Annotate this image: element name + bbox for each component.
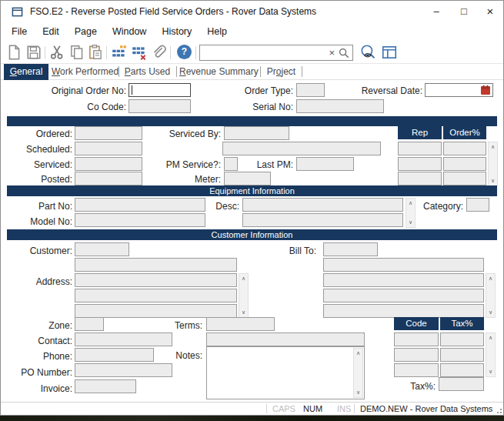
tax-grid-cell[interactable]	[394, 332, 439, 346]
phone-input[interactable]	[75, 348, 154, 362]
menu-help[interactable]: Help	[199, 22, 235, 41]
desc-line1-input[interactable]	[242, 198, 403, 212]
delete-rows-icon[interactable]	[131, 44, 148, 61]
scroll-up-icon[interactable]: ∧	[486, 335, 495, 341]
original-order-no-input[interactable]	[129, 83, 191, 97]
last-pm-input[interactable]	[296, 157, 354, 171]
tab-revenue-summary[interactable]: Revenue Summary	[179, 64, 258, 80]
scroll-up-icon[interactable]: ∧	[406, 200, 415, 206]
tab-project[interactable]: Project	[263, 64, 299, 80]
paste-icon[interactable]	[87, 44, 104, 61]
notes-scrollbar[interactable]: ∧ ∨	[353, 348, 363, 398]
rep-grid-cell[interactable]	[443, 172, 486, 185]
tab-parts-used[interactable]: Parts Used	[122, 64, 173, 80]
tax-pct-input[interactable]	[439, 377, 484, 391]
pm-service-input[interactable]	[224, 157, 238, 171]
menu-edit[interactable]: Edit	[35, 22, 67, 41]
contact-input[interactable]	[75, 332, 172, 346]
window-layout-icon[interactable]	[381, 44, 398, 61]
scroll-down-icon[interactable]: ∨	[406, 219, 415, 226]
help-icon[interactable]: ?	[177, 45, 192, 59]
po-number-input[interactable]	[75, 363, 172, 377]
text-caret	[132, 85, 132, 95]
clear-search-icon[interactable]: ×	[329, 46, 335, 60]
part-no-input[interactable]	[75, 198, 205, 212]
tax-grid-cell[interactable]	[394, 363, 439, 377]
customer-address-line3-input[interactable]	[75, 304, 237, 318]
search-icon[interactable]	[339, 48, 349, 58]
rep-grid-scrollbar[interactable]: ∧ ∨	[488, 142, 498, 186]
scroll-down-icon[interactable]: ∨	[489, 178, 497, 184]
rep-grid-cell[interactable]	[398, 142, 442, 155]
save-icon[interactable]	[25, 44, 42, 61]
insert-rows-icon[interactable]	[111, 44, 128, 61]
calendar-icon[interactable]	[480, 85, 491, 95]
copy-icon[interactable]	[68, 44, 85, 61]
rep-grid-cell[interactable]	[443, 157, 486, 171]
terms-description-input[interactable]	[206, 332, 365, 346]
tab-separator	[302, 66, 302, 77]
desc-scrollbar[interactable]: ∧ ∨	[406, 198, 416, 228]
resize-grip[interactable]	[494, 406, 502, 413]
attachment-icon[interactable]	[150, 44, 167, 61]
menu-page[interactable]: Page	[67, 22, 105, 41]
desc-line2-input[interactable]	[242, 213, 403, 227]
lookup-preview-icon[interactable]	[359, 44, 376, 61]
scroll-up-icon[interactable]: ∧	[354, 350, 362, 356]
tax-grid-cell[interactable]	[440, 363, 484, 377]
serial-no-input[interactable]	[296, 99, 384, 113]
customer-name-input[interactable]	[75, 258, 237, 272]
rep-grid-cell[interactable]	[398, 157, 442, 171]
bill-to-address-line3-input[interactable]	[323, 304, 484, 318]
search-input[interactable]	[202, 46, 324, 59]
customer-address-line1-input[interactable]	[75, 273, 237, 287]
tab-general[interactable]: General	[4, 64, 48, 80]
scheduled-input[interactable]	[75, 142, 142, 155]
terms-code-input[interactable]	[206, 317, 275, 331]
serviced-input[interactable]	[75, 157, 142, 171]
customer-address-scrollbar[interactable]: ∧ ∨	[239, 273, 249, 318]
notes-textarea[interactable]	[206, 346, 365, 399]
menu-history[interactable]: History	[154, 22, 199, 41]
tax-grid-cell[interactable]	[440, 332, 484, 346]
scroll-up-icon[interactable]: ∧	[489, 144, 497, 150]
tax-grid-cell[interactable]	[394, 348, 439, 362]
category-input[interactable]	[466, 198, 489, 212]
rep-grid-cell[interactable]	[398, 172, 442, 185]
posted-input[interactable]	[75, 172, 142, 185]
tab-work-performed[interactable]: Work Performed	[52, 64, 116, 80]
scroll-down-icon[interactable]: ∨	[239, 309, 248, 316]
maximize-button[interactable]: □	[452, 1, 476, 22]
menu-window[interactable]: Window	[105, 22, 154, 41]
rep-grid-cell[interactable]	[443, 142, 486, 155]
scroll-up-icon[interactable]: ∧	[486, 276, 495, 282]
serviced-by-name-input[interactable]	[222, 142, 381, 155]
tax-grid-scrollbar[interactable]: ∧ ∨	[486, 332, 496, 377]
bill-to-address-scrollbar[interactable]: ∧ ∨	[486, 273, 496, 318]
invoice-input[interactable]	[75, 379, 136, 393]
bill-to-name-input[interactable]	[323, 258, 484, 272]
close-button[interactable]: ×	[478, 1, 502, 22]
scroll-down-icon[interactable]: ∨	[354, 389, 362, 396]
order-type-input[interactable]	[296, 83, 325, 97]
menu-file[interactable]: File	[4, 22, 35, 41]
scroll-down-icon[interactable]: ∨	[486, 369, 495, 375]
tax-grid-cell[interactable]	[440, 348, 484, 362]
customer-code-input[interactable]	[75, 242, 129, 256]
bill-to-code-input[interactable]	[323, 242, 378, 256]
serviced-by-input[interactable]	[224, 126, 289, 140]
minimize-button[interactable]: –	[424, 1, 449, 22]
bill-to-address-line2-input[interactable]	[323, 289, 484, 302]
ordered-input[interactable]	[75, 126, 142, 140]
scroll-up-icon[interactable]: ∧	[239, 276, 248, 282]
bill-to-address-line1-input[interactable]	[323, 273, 484, 287]
new-document-icon[interactable]	[5, 44, 22, 61]
customer-address-line2-input[interactable]	[75, 289, 237, 302]
scroll-down-icon[interactable]: ∨	[486, 309, 495, 316]
cut-icon[interactable]	[48, 44, 65, 61]
caps-indicator: CAPS	[272, 403, 295, 415]
zone-input[interactable]	[75, 317, 104, 331]
model-no-input[interactable]	[75, 213, 205, 227]
co-code-input[interactable]	[129, 99, 191, 113]
meter-input[interactable]	[224, 172, 271, 185]
